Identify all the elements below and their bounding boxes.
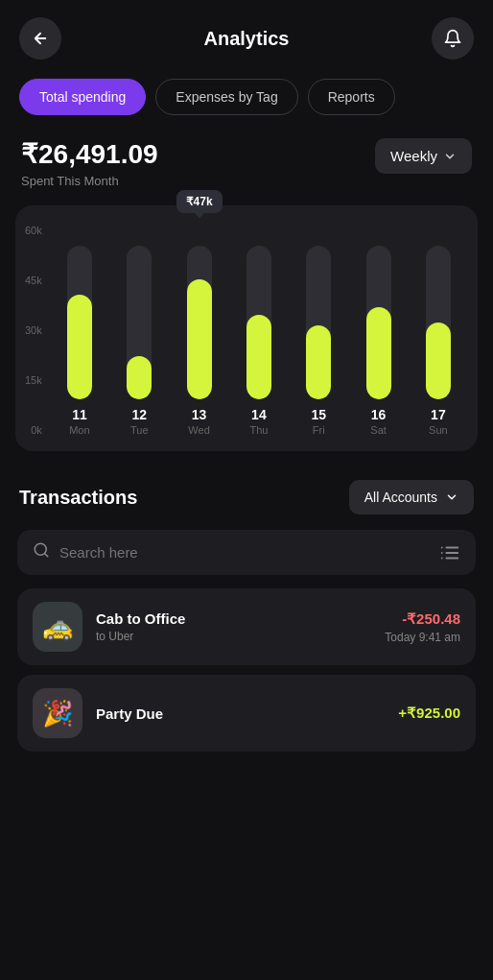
period-label: Weekly bbox=[390, 148, 437, 164]
bars-area: 11 Mon 12 Tue ₹47k 13 Wed 14 Thu 15 Fri bbox=[50, 225, 468, 436]
tab-expenses-by-tag[interactable]: Expenses by Tag bbox=[155, 79, 297, 115]
transactions-title: Transactions bbox=[19, 487, 137, 509]
svg-line-1 bbox=[44, 553, 47, 556]
bar-col-14: 14 Thu bbox=[229, 225, 289, 436]
bar-col-15: 15 Fri bbox=[289, 225, 348, 436]
bar-fill-11 bbox=[67, 295, 92, 399]
tab-reports[interactable]: Reports bbox=[308, 79, 395, 115]
transaction-card-1[interactable]: 🎉 Party Due +₹925.00 bbox=[17, 675, 476, 752]
txn-icon-0: 🚕 bbox=[33, 602, 82, 652]
y-label-15k: 15k bbox=[25, 374, 42, 386]
bar-tooltip-13: ₹47k bbox=[176, 190, 223, 213]
bar-weekday-label-16: Sat bbox=[370, 424, 387, 436]
txn-time-0: Today 9:41 am bbox=[385, 631, 460, 644]
transactions-header: Transactions All Accounts bbox=[0, 480, 493, 530]
notification-button[interactable] bbox=[432, 17, 474, 60]
bar-col-16: 16 Sat bbox=[348, 225, 408, 436]
bar-14[interactable] bbox=[246, 246, 271, 399]
bar-col-12: 12 Tue bbox=[109, 225, 169, 436]
header: Analytics bbox=[0, 0, 493, 73]
bar-day-label-14: 14 bbox=[251, 407, 267, 422]
txn-amount-1: +₹925.00 bbox=[398, 705, 460, 722]
bar-fill-14 bbox=[246, 315, 271, 399]
bar-13[interactable] bbox=[187, 246, 212, 399]
bar-17[interactable] bbox=[426, 246, 451, 399]
bar-weekday-label-17: Sun bbox=[429, 424, 448, 436]
spending-summary: ₹26,491.09 Spent This Month Weekly bbox=[0, 131, 493, 205]
transaction-card-0[interactable]: 🚕 Cab to Office to Uber -₹250.48 Today 9… bbox=[17, 588, 476, 665]
bar-weekday-label-14: Thu bbox=[249, 424, 268, 436]
page-title: Analytics bbox=[204, 28, 290, 50]
bar-day-label-16: 16 bbox=[371, 407, 387, 422]
bar-fill-15 bbox=[306, 325, 331, 399]
bar-weekday-label-13: Wed bbox=[188, 424, 209, 436]
bar-15[interactable] bbox=[306, 246, 331, 399]
bar-fill-13 bbox=[187, 279, 212, 399]
account-label: All Accounts bbox=[364, 490, 437, 505]
txn-amount-wrap-0: -₹250.48 Today 9:41 am bbox=[385, 610, 460, 644]
bar-col-11: 11 Mon bbox=[50, 225, 109, 436]
txn-details-0: Cab to Office to Uber bbox=[96, 610, 371, 643]
search-bar bbox=[17, 530, 476, 575]
period-selector[interactable]: Weekly bbox=[375, 138, 472, 174]
bar-day-label-11: 11 bbox=[72, 407, 87, 422]
bar-col-13: ₹47k 13 Wed bbox=[169, 225, 228, 436]
txn-details-1: Party Due bbox=[96, 705, 385, 722]
bar-day-label-13: 13 bbox=[192, 407, 207, 422]
bar-fill-17 bbox=[426, 323, 451, 399]
y-label-60k: 60k bbox=[25, 225, 42, 236]
bar-day-label-15: 15 bbox=[311, 407, 326, 422]
txn-amount-wrap-1: +₹925.00 bbox=[398, 705, 460, 722]
tab-bar: Total spending Expenses by Tag Reports bbox=[0, 73, 493, 131]
total-amount: ₹26,491.09 bbox=[21, 138, 158, 170]
back-button[interactable] bbox=[19, 17, 61, 60]
bar-weekday-label-12: Tue bbox=[130, 424, 149, 436]
txn-amount-0: -₹250.48 bbox=[385, 610, 460, 628]
chevron-down-icon bbox=[445, 490, 458, 504]
txn-name-0: Cab to Office bbox=[96, 610, 371, 627]
weekly-chart: 60k 45k 30k 15k 0k 11 Mon 12 Tue ₹47k 13… bbox=[15, 205, 478, 451]
chevron-down-icon bbox=[443, 150, 457, 163]
txn-icon-1: 🎉 bbox=[33, 688, 82, 738]
tab-total-spending[interactable]: Total spending bbox=[19, 79, 146, 115]
y-label-45k: 45k bbox=[25, 275, 42, 286]
bar-weekday-label-15: Fri bbox=[313, 424, 325, 436]
filter-icon[interactable] bbox=[439, 542, 460, 563]
account-selector[interactable]: All Accounts bbox=[349, 480, 474, 514]
bar-day-label-17: 17 bbox=[431, 407, 446, 422]
search-input[interactable] bbox=[59, 544, 430, 561]
bar-11[interactable] bbox=[67, 246, 92, 399]
txn-sub-0: to Uber bbox=[96, 630, 371, 643]
y-label-30k: 30k bbox=[25, 324, 42, 336]
bar-day-label-12: 12 bbox=[131, 407, 147, 422]
transaction-list: 🚕 Cab to Office to Uber -₹250.48 Today 9… bbox=[0, 588, 493, 752]
amount-subtitle: Spent This Month bbox=[21, 174, 158, 188]
txn-name-1: Party Due bbox=[96, 705, 385, 722]
bar-weekday-label-11: Mon bbox=[69, 424, 89, 436]
y-label-0k: 0k bbox=[31, 424, 42, 436]
search-icon bbox=[33, 541, 50, 563]
bar-12[interactable] bbox=[127, 246, 152, 399]
bar-16[interactable] bbox=[366, 246, 391, 399]
bar-fill-16 bbox=[366, 307, 391, 399]
bar-fill-12 bbox=[127, 356, 152, 399]
y-axis: 60k 45k 30k 15k 0k bbox=[25, 225, 50, 436]
bar-col-17: 17 Sun bbox=[409, 225, 468, 436]
